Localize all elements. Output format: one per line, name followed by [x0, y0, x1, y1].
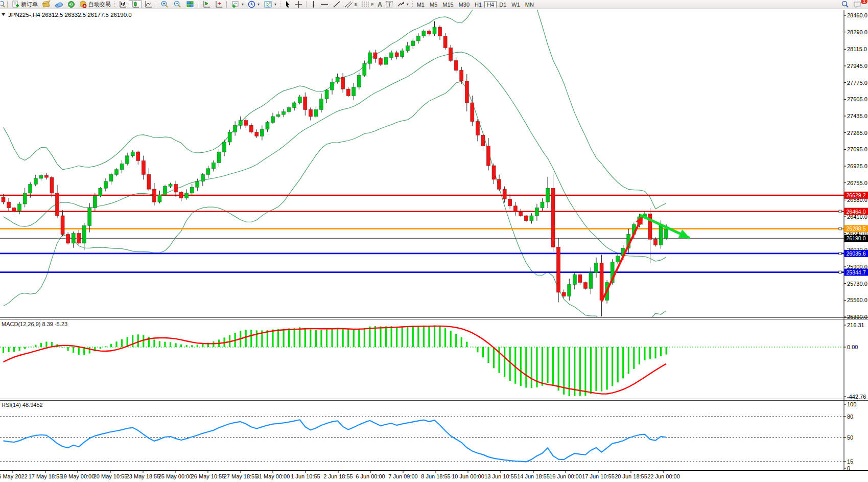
- cursor-tool-button[interactable]: [282, 1, 293, 8]
- add-indicator-icon: [231, 1, 240, 8]
- time-axis[interactable]: 6 May 202217 May 18:5519 May 00:0020 May…: [0, 471, 680, 479]
- price-lines-layer: [0, 195, 844, 273]
- candle: [557, 247, 560, 292]
- timeframe-H1[interactable]: H1: [472, 1, 484, 8]
- price-badge-label: 26629.2: [847, 192, 866, 198]
- timeframe-M5[interactable]: M5: [427, 1, 440, 8]
- separator: [226, 1, 227, 8]
- text-label-tool-icon: T: [386, 1, 393, 8]
- auto-scroll-button[interactable]: [200, 1, 213, 8]
- candle: [530, 216, 533, 221]
- rsi-tick-label: 0: [847, 465, 850, 471]
- chart-shift-button[interactable]: [213, 1, 225, 8]
- auto-scroll-icon: [202, 1, 210, 8]
- text-label-tool-button[interactable]: T: [384, 1, 395, 8]
- tile-windows-button[interactable]: [184, 1, 196, 8]
- search-button[interactable]: [839, 1, 851, 8]
- chart-menu-arrow-icon[interactable]: [2, 13, 5, 16]
- candle: [309, 109, 312, 116]
- candle: [325, 90, 329, 99]
- candle: [535, 208, 538, 216]
- signals-button[interactable]: [65, 1, 77, 8]
- candle: [201, 174, 204, 181]
- zoom-out-button[interactable]: [171, 1, 184, 8]
- time-tick-label: 27 May 18:55: [224, 473, 258, 479]
- rsi-content: [4, 420, 667, 462]
- candle: [476, 122, 479, 135]
- new-order-button[interactable]: 新订单: [10, 1, 40, 8]
- bollinger-lower-band: [4, 81, 667, 325]
- chart-canvas[interactable]: 28460.028290.028115.027945.027775.027605…: [0, 0, 868, 482]
- candle: [519, 212, 523, 216]
- chart-profiles-button[interactable]: [53, 1, 65, 8]
- candle: [50, 177, 54, 193]
- add-indicator-button[interactable]: ▾: [229, 1, 246, 8]
- candle: [595, 263, 598, 272]
- candle: [406, 46, 409, 51]
- vertical-line-tool-button[interactable]: [309, 1, 318, 8]
- candle: [336, 77, 339, 82]
- arrows-tool-button[interactable]: ▾: [395, 1, 411, 8]
- candle: [223, 142, 226, 152]
- text-tool-button[interactable]: A: [376, 1, 384, 8]
- magnifier-partial-icon: [1, 1, 5, 8]
- separator: [198, 1, 199, 8]
- price-tick-label: 25390.0: [847, 314, 867, 320]
- candle: [438, 27, 442, 36]
- candle: [271, 117, 275, 123]
- timeframe-M1[interactable]: M1: [414, 1, 427, 8]
- timeframe-M30[interactable]: M30: [456, 1, 472, 8]
- chevron-down-icon: ▾: [274, 2, 276, 7]
- candle: [411, 41, 415, 46]
- channel-tag: E: [355, 2, 357, 7]
- zoom-in-button[interactable]: [158, 1, 171, 8]
- candle: [568, 285, 571, 296]
- timeframe-D1[interactable]: D1: [497, 1, 509, 8]
- zoom-in-icon: [160, 1, 169, 8]
- candle: [648, 214, 652, 239]
- price-tick-label: 28115.0: [847, 46, 867, 52]
- separator: [156, 1, 157, 8]
- price-tick-label: 26925.0: [847, 163, 867, 169]
- fibonacci-tool-button[interactable]: F: [359, 1, 376, 8]
- price-badge-label: 26190.0: [847, 235, 866, 241]
- candle: [109, 174, 113, 181]
- horizontal-line-tool-button[interactable]: [318, 1, 331, 8]
- candle: [142, 160, 145, 174]
- market-depth-button[interactable]: [40, 1, 53, 8]
- timeframe-M15[interactable]: M15: [440, 1, 456, 8]
- candle: [120, 164, 124, 170]
- line-anchor-handle: [839, 252, 841, 255]
- bar-chart-mode-button[interactable]: [116, 1, 129, 8]
- time-tick-label: 10 Jun 00:00: [452, 473, 484, 479]
- line-chart-mode-button[interactable]: [142, 1, 154, 8]
- candle: [578, 274, 582, 282]
- timeframe-W1[interactable]: W1: [509, 1, 523, 8]
- notifications-button[interactable]: 1: [851, 1, 864, 8]
- period-button[interactable]: ▾: [246, 1, 262, 8]
- timeframe-H4[interactable]: H4: [484, 1, 497, 8]
- candle: [287, 108, 291, 112]
- candle: [341, 77, 345, 89]
- channel-tool-button[interactable]: E: [343, 1, 359, 8]
- candle: [449, 48, 453, 60]
- autotrading-button[interactable]: 自动交易: [77, 1, 113, 8]
- macd-content: [4, 326, 667, 396]
- candle: [524, 216, 528, 221]
- clipped-left-icon[interactable]: [0, 1, 6, 8]
- candle: [56, 193, 59, 216]
- candlestick-chart-icon: [131, 1, 139, 8]
- crosshair-tool-button[interactable]: [293, 1, 304, 8]
- candle: [233, 125, 237, 132]
- timeframe-MN[interactable]: MN: [523, 1, 536, 8]
- candle-chart-mode-button[interactable]: [129, 1, 142, 8]
- price-tick-label: 28460.0: [847, 12, 867, 18]
- arrows-tool-icon: [397, 1, 405, 8]
- candle: [465, 81, 468, 103]
- candle: [115, 170, 119, 175]
- candle: [82, 225, 86, 243]
- templates-button[interactable]: ▾: [262, 1, 278, 8]
- time-tick-label: 7 Jun 09:00: [388, 473, 418, 479]
- price-tick-label: 25560.0: [847, 297, 867, 303]
- trendline-tool-button[interactable]: [331, 1, 343, 8]
